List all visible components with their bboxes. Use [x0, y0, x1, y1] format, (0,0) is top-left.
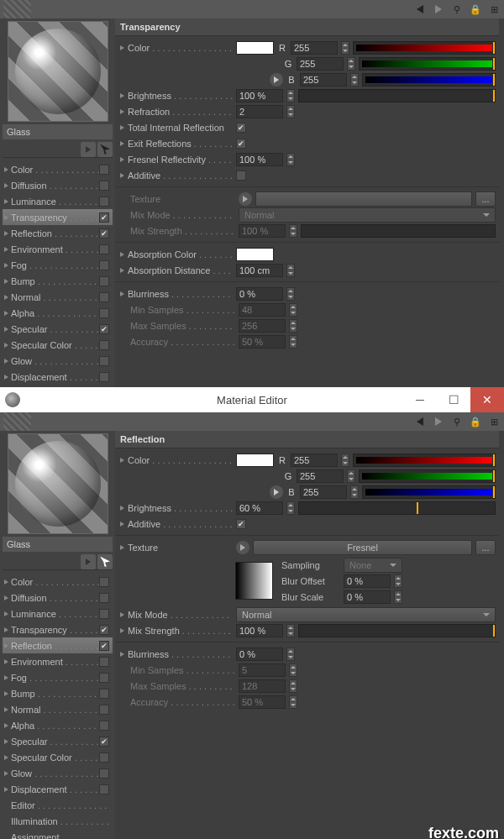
- mixmode-dropdown[interactable]: Normal: [239, 207, 496, 223]
- material-name[interactable]: Glass: [3, 537, 113, 552]
- channel-checkbox[interactable]: [99, 657, 109, 667]
- lock-icon[interactable]: 🔒: [469, 415, 482, 428]
- channel-checkbox[interactable]: [99, 197, 109, 207]
- channel-checkbox[interactable]: [99, 292, 109, 302]
- g-slider[interactable]: [359, 469, 496, 483]
- channel-reflection[interactable]: Reflection: [3, 225, 113, 241]
- texture-expand-icon[interactable]: [239, 192, 252, 206]
- channel-checkbox[interactable]: [99, 721, 109, 731]
- texture-expand-icon[interactable]: [236, 541, 249, 554]
- extra-illumination[interactable]: Illumination: [3, 813, 113, 829]
- brightness-slider[interactable]: [298, 89, 496, 102]
- channel-checkbox[interactable]: [99, 609, 109, 619]
- material-name[interactable]: Glass: [3, 124, 113, 139]
- channel-bump[interactable]: Bump: [3, 685, 113, 701]
- channel-reflection[interactable]: Reflection: [3, 637, 113, 653]
- channel-checkbox[interactable]: [99, 768, 109, 779]
- channel-checkbox[interactable]: [99, 689, 109, 699]
- channel-glow[interactable]: Glow: [3, 765, 113, 781]
- b-slider[interactable]: [362, 485, 496, 499]
- spinner[interactable]: [394, 590, 402, 604]
- channel-checkbox[interactable]: [99, 593, 109, 603]
- channel-checkbox[interactable]: [99, 228, 109, 239]
- cursor-tool-icon[interactable]: [97, 554, 113, 569]
- channel-transparency[interactable]: Transparency: [3, 209, 113, 225]
- person-icon[interactable]: ⚲: [450, 3, 464, 16]
- extra-assignment[interactable]: Assignment: [3, 829, 113, 839]
- new-icon[interactable]: ⊞: [487, 3, 501, 16]
- close-button[interactable]: ✕: [470, 387, 504, 412]
- hatch-grip[interactable]: [3, 0, 31, 18]
- channel-bump[interactable]: Bump: [3, 273, 113, 289]
- channel-checkbox[interactable]: [99, 260, 109, 270]
- brightness-field[interactable]: 60 %: [236, 501, 283, 515]
- channel-checkbox[interactable]: [99, 181, 109, 191]
- absdist-field[interactable]: 100 cm: [236, 264, 283, 277]
- spinner[interactable]: [286, 624, 295, 637]
- minimize-button[interactable]: ─: [403, 387, 437, 412]
- rgb-mode-icon[interactable]: [270, 73, 283, 87]
- channel-alpha[interactable]: Alpha: [3, 305, 113, 321]
- r-field[interactable]: 255: [291, 41, 338, 55]
- brightness-slider[interactable]: [298, 501, 496, 515]
- r-spinner[interactable]: [341, 41, 349, 55]
- material-preview[interactable]: [8, 21, 108, 122]
- channel-specular[interactable]: Specular: [3, 733, 113, 749]
- bluroff-field[interactable]: 0 %: [344, 574, 391, 588]
- channel-checkbox[interactable]: [99, 641, 109, 651]
- spinner[interactable]: [286, 105, 295, 118]
- channel-checkbox[interactable]: [99, 625, 109, 635]
- spinner[interactable]: [350, 485, 359, 499]
- texture-slot[interactable]: [255, 191, 472, 207]
- b-spinner[interactable]: [350, 73, 359, 87]
- blur-field[interactable]: 0 %: [236, 648, 283, 661]
- spinner[interactable]: [341, 454, 349, 467]
- spinner[interactable]: [286, 501, 295, 515]
- b-slider[interactable]: [362, 73, 496, 87]
- channel-checkbox[interactable]: [99, 324, 109, 334]
- spinner[interactable]: [347, 469, 355, 483]
- b-field[interactable]: 255: [300, 485, 347, 499]
- channel-transparency[interactable]: Transparency: [3, 621, 113, 637]
- channel-checkbox[interactable]: [99, 356, 109, 366]
- play-icon[interactable]: [81, 142, 96, 157]
- channel-luminance[interactable]: Luminance: [3, 606, 113, 621]
- spinner[interactable]: [394, 574, 402, 588]
- r-slider[interactable]: [353, 41, 496, 55]
- additive-checkbox[interactable]: [236, 170, 246, 181]
- channel-environment[interactable]: Environment: [3, 653, 113, 669]
- person-icon[interactable]: ⚲: [450, 415, 464, 428]
- channel-specular[interactable]: Specular: [3, 321, 113, 337]
- titlebar[interactable]: Material Editor ─ ☐ ✕: [0, 387, 504, 412]
- channel-checkbox[interactable]: [99, 737, 109, 747]
- gradient-thumb[interactable]: [235, 562, 273, 600]
- channel-checkbox[interactable]: [99, 577, 109, 587]
- r-slider[interactable]: [353, 454, 496, 467]
- blurscale-field[interactable]: 0 %: [344, 590, 391, 604]
- nav-back-icon[interactable]: [413, 3, 427, 16]
- texture-browse-button[interactable]: ...: [475, 191, 496, 207]
- g-field[interactable]: 255: [297, 469, 344, 483]
- sampling-dropdown[interactable]: None: [344, 558, 402, 573]
- refraction-field[interactable]: 2: [236, 105, 283, 118]
- channel-fog[interactable]: Fog: [3, 257, 113, 273]
- g-spinner[interactable]: [347, 57, 355, 71]
- play-icon[interactable]: [81, 554, 96, 569]
- rgb-mode-icon[interactable]: [270, 485, 283, 499]
- abscolor-swatch[interactable]: [236, 248, 274, 261]
- channel-specular-color[interactable]: Specular Color: [3, 749, 113, 765]
- material-preview[interactable]: [8, 433, 108, 534]
- exit-checkbox[interactable]: [236, 139, 246, 149]
- extra-editor[interactable]: Editor: [3, 797, 113, 813]
- channel-glow[interactable]: Glow: [3, 353, 113, 369]
- g-slider[interactable]: [359, 57, 496, 71]
- spinner[interactable]: [286, 648, 295, 661]
- channel-alpha[interactable]: Alpha: [3, 717, 113, 733]
- channel-normal[interactable]: Normal: [3, 289, 113, 305]
- channel-checkbox[interactable]: [99, 372, 109, 382]
- r-field[interactable]: 255: [291, 454, 338, 467]
- mixstr-slider[interactable]: [298, 624, 496, 637]
- channel-luminance[interactable]: Luminance: [3, 193, 113, 209]
- channel-displacement[interactable]: Displacement: [3, 369, 113, 385]
- new-icon[interactable]: ⊞: [487, 415, 501, 428]
